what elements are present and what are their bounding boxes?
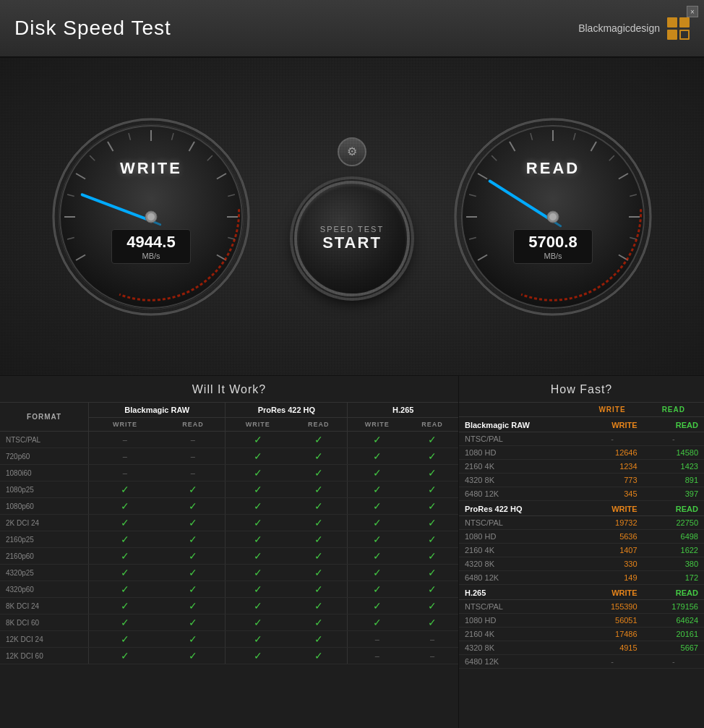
check-icon: ✓ bbox=[373, 600, 382, 612]
tables-area: Will It Work? FORMAT Blackmagic RAW ProR… bbox=[0, 376, 704, 728]
close-button[interactable]: × bbox=[687, 6, 698, 17]
check-icon: ✓ bbox=[254, 617, 262, 628]
section-name: Blackmagic RAW bbox=[459, 417, 581, 432]
check-icon: ✓ bbox=[254, 600, 262, 612]
write-value: 330 bbox=[581, 557, 643, 571]
check-icon: ✓ bbox=[254, 650, 262, 661]
format-cell: 2160 4K bbox=[459, 628, 581, 641]
format-cell: 8K DCI 24 bbox=[0, 598, 89, 614]
section-header-row: H.265WRITEREAD bbox=[459, 585, 704, 600]
section-header-row: ProRes 422 HQWRITEREAD bbox=[459, 501, 704, 516]
read-gauge-label: READ bbox=[526, 159, 580, 178]
check-icon: ✓ bbox=[189, 550, 197, 562]
table-row: 1080p25✓✓✓✓✓✓ bbox=[0, 481, 458, 498]
start-button[interactable]: SPEED TEST START bbox=[294, 181, 410, 296]
value-cell: ✓ bbox=[89, 614, 161, 631]
value-cell: ✓ bbox=[89, 598, 161, 614]
check-icon: ✓ bbox=[373, 567, 382, 578]
format-cell: 2160 4K bbox=[459, 460, 581, 474]
dash-icon: – bbox=[375, 635, 379, 643]
h265-write-subheader: WRITE bbox=[348, 418, 406, 432]
settings-button[interactable]: ⚙ bbox=[338, 137, 366, 166]
format-cell: 6480 12K bbox=[459, 487, 581, 501]
check-icon: ✓ bbox=[189, 534, 197, 545]
check-icon: ✓ bbox=[189, 617, 197, 628]
prores-header: ProRes 422 HQ bbox=[226, 403, 348, 418]
value-cell: ✓ bbox=[406, 598, 458, 614]
check-icon: ✓ bbox=[373, 550, 382, 562]
check-icon: ✓ bbox=[121, 633, 129, 645]
value-cell: ✓ bbox=[161, 614, 226, 631]
check-icon: ✓ bbox=[121, 617, 129, 628]
value-cell: ✓ bbox=[89, 515, 161, 531]
value-cell: ✓ bbox=[161, 498, 226, 515]
write-value: 773 bbox=[581, 474, 643, 487]
write-value: 56051 bbox=[581, 614, 643, 628]
value-cell: ✓ bbox=[348, 565, 406, 581]
value-cell: – bbox=[348, 631, 406, 648]
value-cell: – bbox=[161, 448, 226, 465]
value-cell: ✓ bbox=[89, 481, 161, 498]
check-icon: ✓ bbox=[254, 450, 262, 462]
check-icon: ✓ bbox=[314, 467, 323, 479]
dash-icon: – bbox=[191, 435, 195, 444]
check-icon: ✓ bbox=[314, 650, 323, 661]
section-name: H.265 bbox=[459, 585, 581, 600]
check-icon: ✓ bbox=[428, 517, 437, 528]
table-row: 4320p60✓✓✓✓✓✓ bbox=[0, 581, 458, 598]
table-row: 4320p25✓✓✓✓✓✓ bbox=[0, 565, 458, 581]
value-cell: ✓ bbox=[348, 481, 406, 498]
value-cell: – bbox=[406, 631, 458, 648]
check-icon: ✓ bbox=[373, 500, 382, 512]
check-icon: ✓ bbox=[189, 500, 197, 512]
value-cell: ✓ bbox=[290, 481, 348, 498]
value-cell: ✓ bbox=[226, 498, 290, 515]
gauge-area: WRITE 4944.5 MB/s ⚙ SPEED TEST START bbox=[0, 58, 704, 376]
check-icon: ✓ bbox=[121, 583, 129, 595]
value-cell: ✓ bbox=[161, 631, 226, 648]
format-cell: 2160p25 bbox=[0, 531, 89, 548]
value-cell: ✓ bbox=[161, 581, 226, 598]
h265-header: H.265 bbox=[348, 403, 458, 418]
format-cell: 4320 8K bbox=[459, 557, 581, 571]
table-row: 6480 12K149172 bbox=[459, 571, 704, 585]
write-value: 155390 bbox=[581, 600, 643, 614]
table-row: 1080i60––✓✓✓✓ bbox=[0, 465, 458, 481]
read-value: 179156 bbox=[643, 600, 704, 614]
check-icon: ✓ bbox=[428, 583, 437, 595]
will-it-work-title: Will It Work? bbox=[0, 376, 458, 403]
table-row: 2160 4K1748620161 bbox=[459, 628, 704, 641]
check-icon: ✓ bbox=[314, 517, 323, 528]
table-row: 6480 12K-- bbox=[459, 655, 704, 669]
format-cell: 4320p60 bbox=[0, 581, 89, 598]
value-cell: ✓ bbox=[89, 565, 161, 581]
value-cell: ✓ bbox=[89, 631, 161, 648]
section-header-row: Blackmagic RAWWRITEREAD bbox=[459, 417, 704, 432]
brand-squares bbox=[667, 17, 690, 40]
write-value: 17486 bbox=[581, 628, 643, 641]
format-cell: NTSC/PAL bbox=[459, 516, 581, 530]
read-value: 891 bbox=[643, 474, 704, 487]
value-cell: ✓ bbox=[161, 515, 226, 531]
value-cell: ✓ bbox=[406, 614, 458, 631]
format-cell: 4320 8K bbox=[459, 474, 581, 487]
read-header-cell: READ bbox=[643, 501, 704, 516]
value-cell: ✓ bbox=[226, 581, 290, 598]
value-cell: ✓ bbox=[290, 432, 348, 448]
table-row: 8K DCI 60✓✓✓✓✓✓ bbox=[0, 614, 458, 631]
write-gauge-value-box: 4944.5 MB/s bbox=[111, 229, 191, 264]
value-cell: ✓ bbox=[406, 432, 458, 448]
format-header: FORMAT bbox=[0, 403, 89, 432]
dash-icon: – bbox=[123, 468, 127, 477]
dash-icon: – bbox=[191, 452, 195, 461]
svg-point-24 bbox=[147, 213, 155, 220]
title-bar: × Disk Speed Test Blackmagicdesign bbox=[0, 0, 704, 58]
value-cell: ✓ bbox=[290, 631, 348, 648]
check-icon: ✓ bbox=[314, 500, 323, 512]
value-cell: ✓ bbox=[348, 548, 406, 565]
format-cell: 2160 4K bbox=[459, 544, 581, 557]
check-icon: ✓ bbox=[314, 450, 323, 462]
read-gauge-value-box: 5700.8 MB/s bbox=[513, 229, 593, 264]
start-button-top-text: SPEED TEST bbox=[320, 225, 384, 234]
check-icon: ✓ bbox=[314, 550, 323, 562]
